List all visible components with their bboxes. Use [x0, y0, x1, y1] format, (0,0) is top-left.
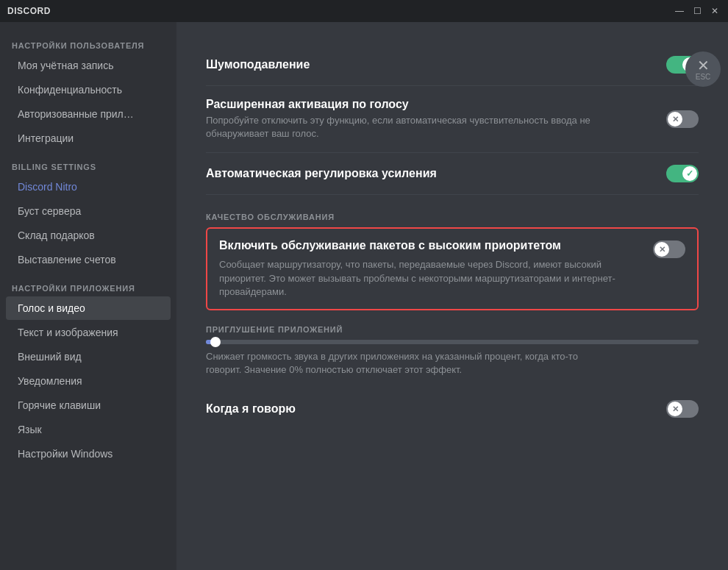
auto-gain-label: Автоматическая регулировка усиления	[206, 167, 437, 180]
toggle-knob	[682, 166, 697, 181]
toggle-knob	[654, 242, 669, 257]
sidebar-item-my-account[interactable]: Моя учётная запись	[6, 54, 171, 77]
sidebar: НАСТРОЙКИ ПОЛЬЗОВАТЕЛЯ Моя учётная запис…	[0, 22, 176, 570]
title-bar: DISCORD — ☐ ✕	[0, 0, 728, 22]
slider-thumb[interactable]	[210, 337, 221, 347]
sidebar-item-voice-video[interactable]: Голос и видео	[6, 296, 171, 320]
noise-suppression-label: Шумоподавление	[206, 58, 310, 71]
attenuation-section-label: ПРИГЛУШЕНИЕ ПРИЛОЖЕНИЙ	[206, 325, 699, 334]
auto-gain-toggle[interactable]	[666, 165, 699, 182]
when-i-speak-label: Когда я говорю	[206, 402, 296, 416]
when-i-speak-toggle[interactable]	[666, 400, 699, 418]
window-controls: — ☐ ✕	[674, 5, 721, 17]
sidebar-section-billing: BILLING SETTINGS	[0, 151, 176, 174]
noise-suppression-row: Шумоподавление	[206, 44, 699, 86]
slider-track	[206, 340, 699, 344]
high-priority-toggle[interactable]	[653, 241, 685, 258]
esc-button[interactable]: ✕ ESC	[685, 51, 721, 87]
toggle-knob	[668, 402, 682, 416]
high-priority-label: Включить обслуживание пакетов с высоким …	[219, 239, 624, 252]
sidebar-item-windows-settings[interactable]: Настройки Windows	[6, 442, 171, 466]
esc-close-icon: ✕	[697, 58, 710, 73]
maximize-button[interactable]: ☐	[691, 5, 703, 17]
voice-activation-label: Расширенная активация по голосу	[206, 98, 610, 111]
sidebar-item-integrations[interactable]: Интеграции	[6, 127, 171, 150]
sidebar-section-app-settings: НАСТРОЙКИ ПРИЛОЖЕНИЯ	[0, 272, 176, 296]
sidebar-item-billing[interactable]: Выставление счетов	[6, 248, 171, 271]
toggle-knob	[668, 112, 682, 127]
voice-activation-toggle[interactable]	[666, 110, 699, 128]
attenuation-description: Снижает громкость звука в других приложе…	[206, 350, 610, 377]
quality-section-label: КАЧЕСТВО ОБСЛУЖИВАНИЯ	[206, 213, 699, 221]
voice-activation-label-group: Расширенная активация по голосу Попробуй…	[206, 98, 610, 140]
quality-highlighted-box: Включить обслуживание пакетов с высоким …	[206, 227, 699, 310]
noise-suppression-label-group: Шумоподавление	[206, 58, 310, 71]
sidebar-item-privacy[interactable]: Конфиденциальность	[6, 78, 171, 101]
attenuation-slider-container[interactable]	[206, 340, 699, 344]
high-priority-label-group: Включить обслуживание пакетов с высоким …	[219, 239, 624, 299]
voice-activation-row: Расширенная активация по голосу Попробуй…	[206, 86, 699, 153]
sidebar-item-appearance[interactable]: Внешний вид	[6, 345, 171, 368]
sidebar-item-hotkeys[interactable]: Горячие клавиши	[6, 393, 171, 417]
sidebar-item-gift-inventory[interactable]: Склад подарков	[6, 224, 171, 247]
esc-label: ESC	[696, 73, 711, 81]
app-title: DISCORD	[7, 6, 51, 16]
minimize-button[interactable]: —	[674, 5, 685, 17]
sidebar-item-text-images[interactable]: Текст и изображения	[6, 321, 171, 344]
main-content: ✕ ESC Шумоподавление Расширенная активац…	[176, 22, 728, 570]
sidebar-item-discord-nitro[interactable]: Discord Nitro	[6, 175, 171, 199]
close-button[interactable]: ✕	[709, 5, 721, 17]
high-priority-description: Сообщает маршрутизатору, что пакеты, пер…	[219, 258, 624, 299]
voice-activation-description: Попробуйте отключить эту функцию, если а…	[206, 114, 610, 140]
sidebar-section-user-settings: НАСТРОЙКИ ПОЛЬЗОВАТЕЛЯ	[0, 29, 176, 53]
when-i-speak-label-group: Когда я говорю	[206, 402, 296, 416]
content-area: НАСТРОЙКИ ПОЛЬЗОВАТЕЛЯ Моя учётная запис…	[0, 22, 728, 570]
sidebar-item-notifications[interactable]: Уведомления	[6, 369, 171, 393]
auto-gain-row: Автоматическая регулировка усиления	[206, 153, 699, 195]
sidebar-item-language[interactable]: Язык	[6, 418, 171, 441]
sidebar-item-authorized-apps[interactable]: Авторизованные прил…	[6, 102, 171, 126]
sidebar-item-server-boost[interactable]: Буст сервера	[6, 199, 171, 223]
auto-gain-label-group: Автоматическая регулировка усиления	[206, 167, 437, 180]
when-i-speak-row: Когда я говорю	[206, 388, 699, 430]
discord-window: DISCORD — ☐ ✕ НАСТРОЙКИ ПОЛЬЗОВАТЕЛЯ Моя…	[0, 0, 728, 570]
